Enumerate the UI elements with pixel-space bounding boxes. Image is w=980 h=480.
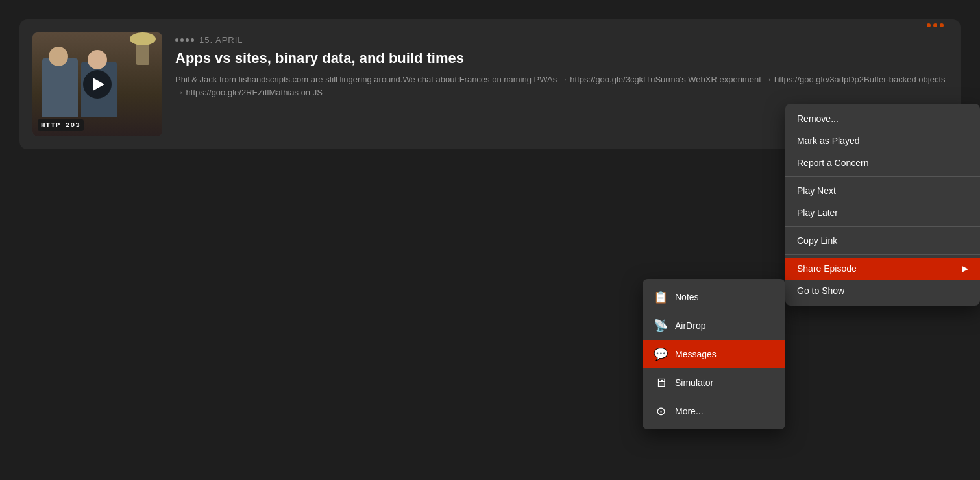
menu-divider-1 <box>785 176 980 177</box>
share-submenu: 📋 Notes 📡 AirDrop 💬 Messages 🖥 Simulator… <box>643 279 785 429</box>
submenu-item-airdrop[interactable]: 📡 AirDrop <box>643 311 785 340</box>
episode-badge: HTTP 203 <box>38 119 84 131</box>
play-button[interactable] <box>83 70 112 99</box>
submenu-arrow-icon: ▶ <box>962 264 968 273</box>
submenu-item-simulator[interactable]: 🖥 Simulator <box>643 368 785 397</box>
menu-divider-3 <box>785 254 980 255</box>
submenu-item-notes[interactable]: 📋 Notes <box>643 283 785 311</box>
play-icon <box>93 78 104 91</box>
submenu-item-more[interactable]: ⊙ More... <box>643 397 785 426</box>
messages-icon: 💬 <box>653 346 668 362</box>
menu-divider-2 <box>785 226 980 227</box>
airdrop-icon: 📡 <box>653 318 668 333</box>
episode-description: Phil & Jack from fishandscripts.com are … <box>175 73 948 99</box>
menu-item-go-to-show[interactable]: Go to Show <box>785 280 980 302</box>
podcast-dots-icon <box>175 38 194 42</box>
more-options-button[interactable] <box>923 19 948 31</box>
menu-item-mark-played[interactable]: Mark as Played <box>785 130 980 152</box>
menu-item-play-later[interactable]: Play Later <box>785 202 980 224</box>
menu-item-report[interactable]: Report a Concern <box>785 152 980 174</box>
episode-date: 15. APRIL <box>199 35 243 45</box>
context-menu: Remove... Mark as Played Report a Concer… <box>785 104 980 306</box>
submenu-item-messages[interactable]: 💬 Messages <box>643 340 785 368</box>
menu-item-remove[interactable]: Remove... <box>785 108 980 130</box>
menu-item-play-next[interactable]: Play Next <box>785 180 980 202</box>
notes-icon: 📋 <box>653 289 668 305</box>
more-icon: ⊙ <box>653 403 668 419</box>
episode-meta: 15. APRIL <box>175 35 948 45</box>
episode-thumbnail[interactable]: HTTP 203 <box>32 32 162 136</box>
menu-item-copy-link[interactable]: Copy Link <box>785 230 980 252</box>
episode-title: Apps vs sites, binary data, and build ti… <box>175 50 948 67</box>
simulator-icon: 🖥 <box>653 375 668 390</box>
episode-info: 15. APRIL Apps vs sites, binary data, an… <box>175 32 948 99</box>
menu-item-share-episode[interactable]: Share Episode ▶ <box>785 258 980 280</box>
